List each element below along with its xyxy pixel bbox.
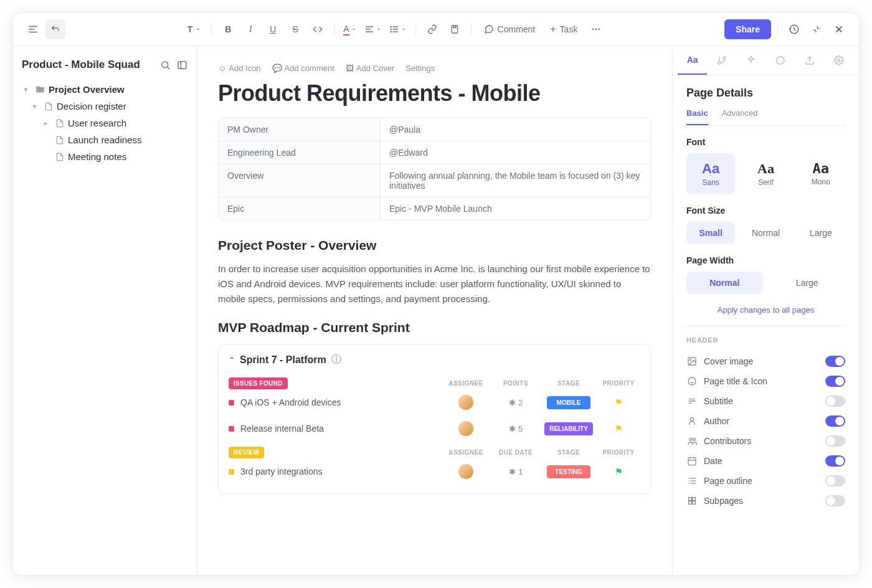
avatar[interactable] xyxy=(458,394,474,410)
svg-rect-48 xyxy=(693,501,696,505)
priority-flag-icon[interactable]: ⚑ xyxy=(597,467,640,477)
info-icon[interactable]: ⓘ xyxy=(331,353,341,366)
svg-point-32 xyxy=(690,418,693,421)
meta-row[interactable]: Engineering Lead@Edward xyxy=(219,141,650,164)
section-poster-body[interactable]: In order to increase user acquisition op… xyxy=(218,262,651,306)
svg-rect-45 xyxy=(689,498,692,501)
svg-rect-35 xyxy=(688,458,696,465)
strikethrough-icon[interactable]: S xyxy=(285,19,305,39)
task-row[interactable]: Release internal Beta✱ 5RELIABILITY⚑ xyxy=(229,415,640,442)
meta-row[interactable]: EpicEpic - MVP Mobile Launch xyxy=(219,197,650,220)
toggle-switch[interactable] xyxy=(825,376,845,387)
author-icon xyxy=(686,416,698,426)
add-comment-action[interactable]: 💬 Add comment xyxy=(272,64,334,73)
task-button[interactable]: +Task xyxy=(544,20,584,39)
task-group-label[interactable]: ISSUES FOUND xyxy=(229,377,288,389)
font-option-mono[interactable]: AaMono xyxy=(797,153,845,194)
search-icon[interactable] xyxy=(160,60,171,70)
tab-ai-icon[interactable] xyxy=(736,46,765,75)
fontsize-large[interactable]: Large xyxy=(797,222,845,244)
tab-typography[interactable]: Aa xyxy=(678,46,707,75)
sidebar-item-2[interactable]: ▸User research xyxy=(22,115,187,131)
font-option-sans[interactable]: AaSans xyxy=(686,153,735,194)
fontsize-small[interactable]: Small xyxy=(686,222,735,244)
fontsize-label: Font Size xyxy=(686,206,845,216)
font-option-serif[interactable]: AaSerif xyxy=(741,153,790,194)
share-button[interactable]: Share xyxy=(724,19,771,39)
comment-button[interactable]: Comment xyxy=(478,21,542,38)
pagewidth-large[interactable]: Large xyxy=(769,272,846,294)
toggle-switch[interactable] xyxy=(825,455,845,467)
page-title[interactable]: Product Requirements - Mobile xyxy=(218,80,651,107)
svg-rect-20 xyxy=(178,61,186,68)
emoji-icon xyxy=(686,376,698,386)
workspace-title: Product - Mobile Squad xyxy=(22,59,140,71)
tab-relations-icon[interactable] xyxy=(707,46,736,75)
close-icon[interactable] xyxy=(829,19,849,39)
right-panel: Aa Page Details Basic Advanced Font AaSa… xyxy=(672,46,859,575)
toggle-row-contributors: Contributors xyxy=(686,431,845,451)
avatar[interactable] xyxy=(458,463,474,480)
add-cover-action[interactable]: 🖼 Add Cover xyxy=(346,64,394,73)
sidebar-toggle-icon[interactable] xyxy=(177,60,187,70)
toggle-switch[interactable] xyxy=(825,475,845,486)
paragraph-style-dropdown[interactable]: T xyxy=(184,19,206,39)
header-section-label: HEADER xyxy=(686,336,845,344)
history-icon[interactable] xyxy=(784,19,804,39)
toggle-row-page-outline: Page outline xyxy=(686,471,845,491)
bold-icon[interactable]: B xyxy=(218,19,238,39)
more-icon[interactable] xyxy=(586,19,606,39)
avatar[interactable] xyxy=(458,420,474,437)
meta-row[interactable]: PM Owner@Paula xyxy=(219,118,650,141)
svg-point-22 xyxy=(723,57,726,59)
toggle-switch[interactable] xyxy=(825,495,845,506)
meta-table: PM Owner@PaulaEngineering Lead@EdwardOve… xyxy=(218,118,651,220)
add-icon-action[interactable]: ☺ Add Icon xyxy=(218,64,261,73)
toggle-row-page-title-icon: Page title & Icon xyxy=(686,371,845,391)
subtab-basic[interactable]: Basic xyxy=(686,108,708,125)
collapse-icon[interactable] xyxy=(807,19,827,39)
subtab-advanced[interactable]: Advanced xyxy=(722,108,758,125)
menu-icon[interactable] xyxy=(23,19,43,39)
task-row[interactable]: QA iOS + Android devices✱ 2MOBILE⚑ xyxy=(229,389,640,415)
task-group-label[interactable]: REVIEW xyxy=(229,447,264,458)
toggle-switch[interactable] xyxy=(825,435,845,447)
priority-flag-icon[interactable]: ⚑ xyxy=(597,424,640,434)
tab-export-icon[interactable] xyxy=(795,46,825,75)
code-icon[interactable] xyxy=(308,19,328,39)
settings-action[interactable]: Settings xyxy=(405,64,435,73)
toggle-switch[interactable] xyxy=(825,396,845,407)
pagewidth-normal[interactable]: Normal xyxy=(686,272,763,294)
toggle-switch[interactable] xyxy=(825,415,845,427)
sidebar-item-1[interactable]: ▾Decision register xyxy=(22,98,187,115)
apply-all-link[interactable]: Apply changes to all pages xyxy=(686,305,845,315)
sidebar-item-4[interactable]: Meeting notes xyxy=(22,148,187,165)
italic-icon[interactable]: I xyxy=(240,19,260,39)
underline-icon[interactable]: U xyxy=(263,19,283,39)
svg-rect-47 xyxy=(689,501,692,505)
undo-icon[interactable] xyxy=(45,19,65,39)
image-icon xyxy=(686,356,698,366)
sidebar-item-3[interactable]: Launch readiness xyxy=(22,131,187,148)
priority-flag-icon[interactable]: ⚑ xyxy=(597,397,640,407)
align-dropdown[interactable] xyxy=(362,19,384,39)
sidebar-item-0[interactable]: ▾Project Overview xyxy=(22,81,187,98)
bookmark-icon[interactable] xyxy=(445,19,465,39)
sprint-header[interactable]: ⌃ Sprint 7 - Platform ⓘ xyxy=(229,353,640,366)
pagewidth-label: Page Width xyxy=(686,255,845,265)
tab-comments-icon[interactable] xyxy=(766,46,795,75)
meta-row[interactable]: OverviewFollowing annual planning, the M… xyxy=(219,164,650,197)
toggle-switch[interactable] xyxy=(825,356,845,367)
svg-point-34 xyxy=(693,438,695,440)
text-color-dropdown[interactable]: A xyxy=(341,19,359,39)
tab-settings-icon[interactable] xyxy=(825,46,854,75)
svg-point-24 xyxy=(777,57,784,64)
toggle-row-author: Author xyxy=(686,411,845,431)
task-row[interactable]: 3rd party integrations✱ 1TESTING⚑ xyxy=(229,458,640,485)
chevron-up-icon[interactable]: ⌃ xyxy=(229,356,235,364)
link-icon[interactable] xyxy=(422,19,442,39)
svg-point-23 xyxy=(718,62,721,64)
list-dropdown[interactable] xyxy=(387,19,409,39)
panel-title: Page Details xyxy=(686,87,845,100)
fontsize-normal[interactable]: Normal xyxy=(741,222,790,244)
